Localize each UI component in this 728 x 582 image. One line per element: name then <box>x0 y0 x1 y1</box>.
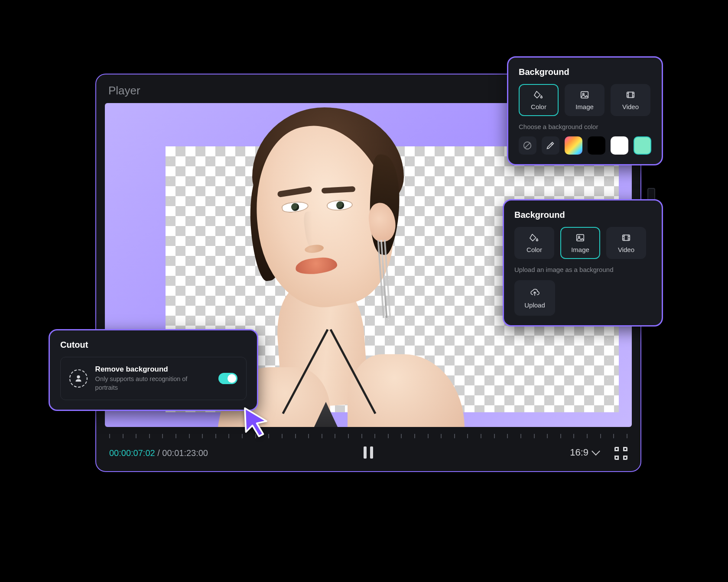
upload-button[interactable]: Upload <box>514 280 555 316</box>
swatch-eyedropper[interactable] <box>542 136 559 155</box>
bg2-tab-video-label: Video <box>618 246 634 253</box>
bg2-tab-image[interactable]: Image <box>560 227 600 259</box>
player-title: Player <box>108 84 140 97</box>
bg2-tab-color-label: Color <box>526 246 542 253</box>
cutout-title: Cutout <box>60 340 247 350</box>
aspect-ratio-selector[interactable]: 16:9 <box>570 447 599 458</box>
chevron-down-icon <box>592 447 600 456</box>
image-icon <box>580 90 589 100</box>
bg-tab-color[interactable]: Color <box>519 84 559 116</box>
video-icon <box>626 90 635 100</box>
portrait-icon <box>69 369 88 388</box>
time-display: 00:00:07:02 / 00:01:23:00 <box>109 448 208 458</box>
pause-icon <box>364 446 373 459</box>
remove-background-row: Remove background Only supports auto rec… <box>60 357 247 400</box>
swatch-white[interactable] <box>611 136 628 155</box>
swatch-gradient[interactable] <box>565 136 582 155</box>
bg-color-hint: Choose a background color <box>519 123 651 130</box>
svg-rect-4 <box>577 234 584 241</box>
background-color-panel: Background Color Image Video Choo <box>507 56 663 165</box>
timeline[interactable] <box>109 435 627 437</box>
paint-bucket-icon <box>530 233 539 242</box>
bg-tab-image[interactable]: Image <box>565 84 604 116</box>
swatch-none[interactable] <box>519 136 536 155</box>
video-icon <box>621 233 631 242</box>
bg-tab-video-label: Video <box>622 103 639 110</box>
bg-tab-image-label: Image <box>575 103 594 110</box>
svg-rect-6 <box>623 235 630 240</box>
cursor-icon <box>243 407 269 437</box>
background-image-title: Background <box>514 210 651 220</box>
bg2-tab-color[interactable]: Color <box>514 227 554 259</box>
cutout-panel: Cutout Remove background Only supports a… <box>49 329 258 411</box>
fullscreen-button[interactable] <box>614 447 627 460</box>
time-separator: / <box>155 448 162 458</box>
paint-bucket-icon <box>534 90 543 100</box>
time-current: 00:00:07:02 <box>109 448 155 458</box>
color-swatches <box>519 136 651 155</box>
pause-button[interactable] <box>358 443 378 462</box>
bg-tab-color-label: Color <box>531 103 546 110</box>
remove-background-desc: Only supports auto recognition of portra… <box>95 375 211 392</box>
remove-background-toggle[interactable] <box>218 373 237 384</box>
svg-rect-2 <box>627 92 634 97</box>
svg-rect-0 <box>581 91 588 98</box>
background-image-panel: Background Color Image Video Uplo <box>503 199 663 327</box>
swatch-mint-selected[interactable] <box>634 136 651 155</box>
image-icon <box>575 233 585 242</box>
cloud-upload-icon <box>530 288 540 297</box>
bg2-tab-image-label: Image <box>571 246 589 253</box>
background-color-title: Background <box>519 67 651 77</box>
bg2-tab-video[interactable]: Video <box>606 227 646 259</box>
bg-tab-video[interactable]: Video <box>611 84 650 116</box>
upload-label: Upload <box>524 301 545 309</box>
time-total: 00:01:23:00 <box>162 448 208 458</box>
aspect-ratio-value: 16:9 <box>570 447 588 458</box>
remove-background-label: Remove background <box>95 365 211 374</box>
swatch-black[interactable] <box>588 136 605 155</box>
bg-image-hint: Upload an image as a background <box>514 266 651 273</box>
